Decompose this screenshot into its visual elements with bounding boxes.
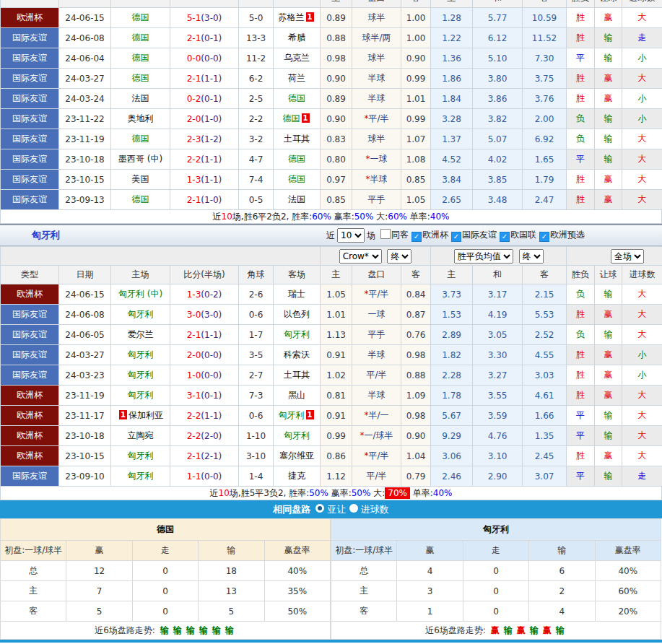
match-cell-away: 德国 — [274, 149, 321, 170]
match-cell-euro-draw: 3.59 — [473, 406, 523, 426]
germany-trend-label: 近6场盘路走势: — [95, 625, 155, 635]
checkbox-checked[interactable]: ✓ — [539, 232, 549, 242]
score-half: (2-1) — [201, 451, 222, 461]
column-header-8: 客 — [401, 266, 431, 284]
odds-controls-row: Crow* 终 胜平负均值 终 全场 — [1, 247, 662, 266]
match-count-select[interactable]: 10 — [337, 228, 365, 243]
match-cell-goals: 小 — [622, 345, 662, 365]
hungary-trend-label: 近6场盘路走势: — [425, 625, 486, 635]
match-cell-handicap-result: 赢 — [595, 446, 622, 466]
match-cell-away: 匈牙利 — [274, 325, 321, 345]
match-cell-type: 国际友谊 — [1, 325, 59, 345]
column-header-0: 类型 — [1, 266, 59, 284]
match-cell-euro-home: 1.36 — [431, 48, 473, 69]
match-cell-result: 胜 — [567, 345, 595, 365]
handicap-stat-row: 主701335% — [1, 581, 331, 601]
match-cell-asian-away: 0.99 — [401, 109, 431, 129]
score-half: (1-1) — [201, 330, 222, 340]
stat-value: 50% — [264, 601, 330, 622]
stat-value: 0 — [463, 601, 528, 622]
match-cell-euro-home: 9.29 — [431, 426, 473, 446]
score-half: (0-0) — [201, 53, 222, 64]
match-cell-goals: 大 — [622, 426, 662, 446]
match-cell-asian-away: 0.99 — [401, 69, 431, 89]
match-row: 欧洲杯23-10-15匈牙利2-1(2-1)3-10塞尔维亚0.86*平/半1.… — [1, 446, 662, 466]
match-cell-date: 24-06-04 — [59, 48, 111, 69]
trend-item: 输 — [212, 625, 221, 635]
match-cell-euro-away: 2.52 — [523, 325, 567, 345]
radio-selected[interactable] — [315, 504, 324, 513]
asian-time-select[interactable]: 终 — [387, 249, 411, 264]
match-cell-score: 2-0(0-0) — [170, 345, 239, 365]
team-name: 法国 — [132, 93, 149, 103]
score-full: 2-2 — [187, 431, 201, 441]
euro-odds-select[interactable]: 胜平负均值 — [454, 249, 513, 264]
stat-value: 6 — [529, 561, 595, 581]
match-cell-corner: 4-7 — [239, 149, 274, 170]
match-cell-euro-draw: 6.12 — [473, 28, 523, 48]
checkbox-checked[interactable]: ✓ — [411, 232, 422, 242]
match-cell-type: 国际友谊 — [1, 365, 59, 386]
match-cell-away: 捷克 — [274, 466, 321, 487]
match-cell-handicap-result: 赢 — [595, 69, 622, 89]
match-cell-corner: 1-7 — [239, 325, 274, 345]
match-cell-handicap: *一/球半 — [352, 426, 401, 446]
checkbox-checked[interactable]: ✓ — [451, 232, 461, 242]
trend-item: 赢 — [491, 625, 500, 635]
match-cell-euro-draw: 4.19 — [473, 305, 523, 325]
match-cell-type: 欧洲杯 — [1, 446, 59, 466]
scope-select[interactable]: 全场 — [611, 249, 644, 264]
team-name: 瑞士 — [288, 289, 305, 299]
checkbox-unchecked[interactable] — [380, 229, 391, 239]
match-cell-handicap: 平手 — [352, 325, 401, 345]
radio-label: 进球数 — [358, 504, 389, 515]
team-name: 匈牙利 — [284, 430, 310, 440]
match-cell-score: 3-1(0-1) — [170, 386, 239, 406]
team-name: 匈牙利 — [128, 471, 154, 481]
handicap-comparison-section: 德国 初盘:一球/球半赢走输赢盘率 总1201840%主701335%客5055… — [0, 518, 662, 640]
team-name: 美国 — [132, 174, 149, 184]
checkbox-checked[interactable]: ✓ — [500, 232, 510, 242]
germany-handicap-title: 德国 — [1, 519, 331, 541]
match-cell-corner: 11-2 — [239, 48, 274, 69]
match-cell-euro-home: 1.84 — [431, 89, 473, 109]
match-cell-away: 德国1 — [274, 109, 321, 129]
column-header-1: 日期 — [59, 266, 111, 284]
score-half: (1-0) — [201, 195, 222, 205]
match-cell-handicap-result: 输 — [595, 466, 622, 487]
scope-controls: 全场 — [567, 247, 662, 266]
match-cell-result: 胜 — [567, 89, 595, 109]
star-mark: * — [365, 410, 369, 420]
germany-trend-row: 近6场盘路走势: 输输输输输输 — [1, 622, 331, 640]
team-name: 匈牙利 — [128, 451, 154, 461]
column-header-5: 客场 — [274, 266, 321, 284]
score-half: (0-0) — [201, 471, 222, 482]
score-full: 0-2 — [187, 94, 201, 104]
hungary-section-header: 匈牙利 近 10 场 同客✓欧洲杯✓国际友谊✓欧国联✓欧洲预选 — [0, 224, 662, 246]
stat-value: 20% — [595, 601, 661, 622]
score-half: (1-1) — [201, 175, 222, 185]
team-name: 墨西哥 (中) — [118, 154, 162, 164]
match-cell-goals: 大 — [622, 8, 662, 28]
match-cell-score: 2-0(1-0) — [170, 109, 239, 129]
euro-time-select[interactable]: 终 — [519, 249, 544, 264]
team-name: 以色列 — [284, 309, 310, 319]
match-cell-home: 德国 — [111, 190, 170, 210]
match-cell-corner: 2-2 — [239, 109, 274, 129]
checkbox-label: 同客 — [391, 230, 409, 240]
handicap-stat-row: 主30260% — [331, 581, 661, 601]
column-header-14: 进球数 — [622, 0, 662, 8]
score-half: (0-1) — [201, 33, 222, 43]
radio-unselected[interactable] — [349, 504, 358, 513]
match-cell-euro-draw: 4.76 — [473, 426, 523, 446]
match-cell-date: 24-06-08 — [59, 305, 111, 325]
team-name: 德国 — [288, 174, 305, 184]
handicap-stat-row: 总40640% — [331, 561, 661, 581]
match-cell-euro-draw: 2.90 — [473, 466, 523, 487]
hungary-handicap-header-row: 初盘:一球/球半赢走输赢盘率 — [331, 541, 661, 561]
match-cell-euro-home: 2.65 — [431, 190, 473, 210]
bookmaker-select[interactable]: Crow* — [339, 249, 382, 264]
germany-handicap-header-row: 初盘:一球/球半赢走输赢盘率 — [1, 541, 331, 561]
summary-part: 赢率: — [331, 212, 354, 222]
score-half: (0-0) — [201, 370, 222, 380]
